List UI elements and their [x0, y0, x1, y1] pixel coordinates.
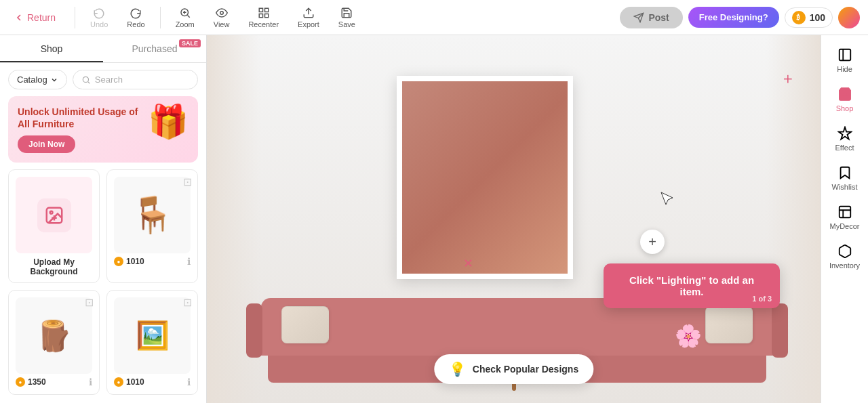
- sofa-arm-right: [772, 303, 788, 358]
- bookmark-icon-artwork[interactable]: ⊡: [183, 296, 192, 309]
- mydecor-icon: [837, 205, 852, 219]
- sidebar-item-wishlist[interactable]: Wishlist: [825, 160, 865, 196]
- check-popular-button[interactable]: 💡 Check Popular Designs: [434, 354, 593, 384]
- tabs: Shop Purchased SALE: [0, 35, 206, 63]
- svg-line-1: [187, 15, 189, 17]
- artwork-emoji: 🖼️: [136, 320, 170, 352]
- main-content: Shop Purchased SALE Catalog Search Unloc…: [0, 35, 868, 403]
- coin-icon: ₿: [792, 11, 806, 24]
- post-button[interactable]: Post: [620, 7, 682, 28]
- tab-shop-label: Shop: [41, 43, 63, 54]
- coin-icon-stool: ●: [114, 257, 123, 266]
- catalog-select[interactable]: Catalog: [8, 70, 67, 89]
- undo-label: Undo: [90, 20, 108, 28]
- product-grid: Upload My Background ⊡ 🪑 ● 1010 ℹ: [0, 169, 206, 403]
- sidebar-inventory-label: Inventory: [829, 261, 860, 270]
- upload-icon-wrap: [37, 198, 71, 232]
- table-price: ● 1350 ℹ: [16, 377, 92, 387]
- sidebar-item-mydecor[interactable]: MyDecor: [825, 199, 865, 236]
- zoom-button[interactable]: Zoom: [169, 4, 201, 31]
- table-product-card[interactable]: ⊡ 🪵 ● 1350 ℹ: [8, 290, 100, 395]
- upload-icon-area: [16, 177, 92, 253]
- artwork-product-card[interactable]: ⊡ 🖼️ ● 1010 ℹ: [106, 290, 198, 395]
- svg-rect-8: [264, 14, 268, 17]
- bookmark-icon[interactable]: ⊡: [183, 175, 192, 188]
- view-button[interactable]: View: [207, 4, 237, 31]
- tooltip-box: Click "Lighting" to add an item. 1 of 3: [604, 263, 780, 308]
- artwork-img: 🖼️: [114, 297, 191, 374]
- effect-icon: [837, 126, 852, 141]
- sofa-arm-left: [246, 303, 262, 358]
- svg-line-13: [88, 81, 90, 83]
- search-input-wrapper[interactable]: Search: [73, 70, 198, 89]
- canvas-area[interactable]: ✕ ✕ +: [207, 35, 821, 403]
- room-image: ✕ ✕ +: [207, 35, 821, 403]
- chevron-down-icon: [50, 76, 58, 84]
- sidebar-mydecor-label: MyDecor: [829, 222, 859, 230]
- export-label: Export: [298, 20, 319, 28]
- sidebar-hide-label: Hide: [837, 65, 852, 73]
- inventory-icon: [837, 244, 852, 259]
- sidebar-item-inventory[interactable]: Inventory: [825, 238, 865, 275]
- tab-purchased[interactable]: Purchased SALE: [103, 35, 206, 62]
- artwork-price: ● 1010 ℹ: [114, 377, 191, 387]
- stool-img: 🪑: [114, 177, 191, 253]
- table-emoji: 🪵: [35, 318, 73, 354]
- hide-icon: [837, 47, 852, 62]
- promo-text: Unlock Unlimited Usage of All Furniture: [18, 106, 142, 130]
- redo-label: Redo: [127, 20, 144, 28]
- save-button[interactable]: Save: [332, 4, 362, 31]
- recenter-button[interactable]: Recenter: [241, 4, 285, 31]
- sidebar-item-hide[interactable]: Hide: [825, 42, 865, 79]
- room-artwork[interactable]: [397, 76, 573, 279]
- tab-purchased-label: Purchased: [132, 43, 178, 54]
- svg-rect-21: [839, 207, 850, 218]
- search-icon: [81, 75, 91, 85]
- info-icon-artwork[interactable]: ℹ: [187, 377, 191, 387]
- info-icon-stool[interactable]: ℹ: [187, 256, 191, 267]
- coins-count: 100: [810, 12, 825, 23]
- search-bar: Catalog Search: [0, 63, 206, 96]
- zoom-label: Zoom: [176, 20, 195, 28]
- free-design-label: Free Designing?: [699, 12, 768, 22]
- redo-button[interactable]: Redo: [120, 4, 151, 31]
- resize-handle-bottom: ✕: [463, 256, 473, 271]
- bulb-icon: 💡: [449, 361, 466, 377]
- info-icon-table[interactable]: ℹ: [89, 377, 92, 387]
- svg-point-15: [50, 211, 52, 213]
- svg-rect-18: [839, 49, 850, 61]
- free-design-button[interactable]: Free Designing?: [688, 7, 779, 28]
- add-item-button[interactable]: +: [640, 230, 665, 254]
- toolbar-divider: [75, 7, 75, 28]
- search-placeholder: Search: [95, 75, 123, 85]
- sale-badge: SALE: [179, 39, 201, 47]
- svg-rect-5: [259, 8, 262, 12]
- tooltip-counter: 1 of 3: [752, 295, 772, 303]
- undo-button[interactable]: Undo: [83, 4, 115, 31]
- bookmark-icon-table[interactable]: ⊡: [85, 296, 94, 309]
- sidebar-wishlist-label: Wishlist: [832, 183, 858, 191]
- table-img: 🪵: [16, 297, 92, 374]
- coins-badge: ₿ 100: [785, 7, 833, 28]
- user-avatar[interactable]: [838, 7, 860, 28]
- promo-join-button[interactable]: Join Now: [18, 135, 75, 153]
- return-button[interactable]: Return: [8, 9, 61, 26]
- svg-point-12: [83, 77, 88, 82]
- table-price-num: 1350: [28, 377, 46, 387]
- export-button[interactable]: Export: [291, 4, 326, 31]
- upload-background-card[interactable]: Upload My Background: [8, 169, 100, 283]
- coin-icon-table: ●: [16, 377, 25, 387]
- post-label: Post: [648, 12, 669, 23]
- stool-price-num: 1010: [126, 257, 144, 266]
- sidebar-item-effect[interactable]: Effect: [825, 121, 865, 157]
- left-panel: Shop Purchased SALE Catalog Search Unloc…: [0, 35, 207, 403]
- sidebar-item-shop[interactable]: Shop: [825, 81, 865, 118]
- upload-card-name: Upload My Background: [16, 257, 92, 276]
- promo-banner: Unlock Unlimited Usage of All Furniture …: [8, 96, 198, 163]
- stool-product-card[interactable]: ⊡ 🪑 ● 1010 ℹ: [106, 169, 198, 283]
- promo-btn-label: Join Now: [28, 140, 64, 149]
- coin-icon-artwork: ●: [114, 377, 123, 387]
- recenter-label: Recenter: [248, 20, 279, 28]
- tab-shop[interactable]: Shop: [0, 35, 103, 62]
- check-popular-text: Check Popular Designs: [473, 364, 578, 375]
